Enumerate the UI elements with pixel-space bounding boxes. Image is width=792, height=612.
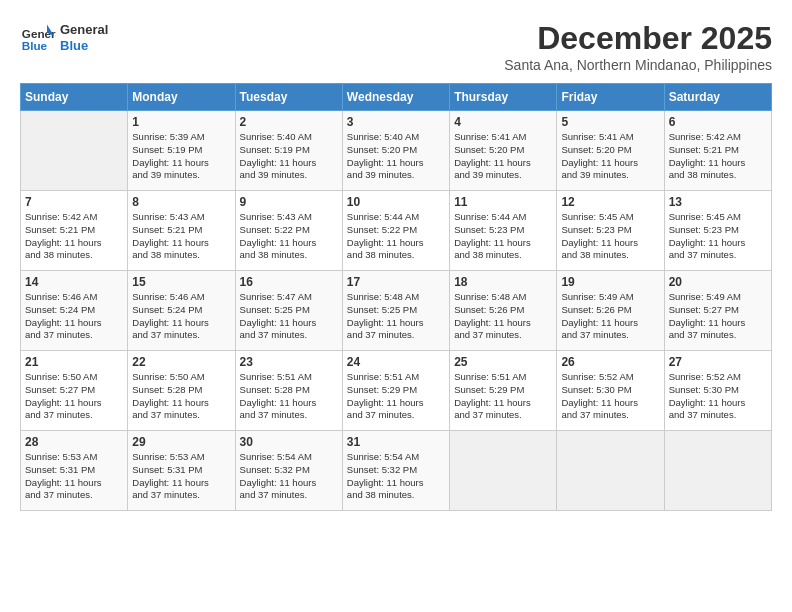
calendar-cell: 11Sunrise: 5:44 AM Sunset: 5:23 PM Dayli… <box>450 191 557 271</box>
logo-icon: General Blue <box>20 20 56 56</box>
day-number: 13 <box>669 195 767 209</box>
calendar-week-row: 14Sunrise: 5:46 AM Sunset: 5:24 PM Dayli… <box>21 271 772 351</box>
calendar-week-row: 21Sunrise: 5:50 AM Sunset: 5:27 PM Dayli… <box>21 351 772 431</box>
day-number: 11 <box>454 195 552 209</box>
day-info: Sunrise: 5:51 AM Sunset: 5:29 PM Dayligh… <box>347 371 445 422</box>
day-number: 4 <box>454 115 552 129</box>
logo-text-general: General <box>60 22 108 38</box>
day-info: Sunrise: 5:40 AM Sunset: 5:19 PM Dayligh… <box>240 131 338 182</box>
calendar-body: 1Sunrise: 5:39 AM Sunset: 5:19 PM Daylig… <box>21 111 772 511</box>
day-info: Sunrise: 5:44 AM Sunset: 5:23 PM Dayligh… <box>454 211 552 262</box>
day-header-saturday: Saturday <box>664 84 771 111</box>
calendar-cell: 9Sunrise: 5:43 AM Sunset: 5:22 PM Daylig… <box>235 191 342 271</box>
day-info: Sunrise: 5:42 AM Sunset: 5:21 PM Dayligh… <box>25 211 123 262</box>
day-number: 9 <box>240 195 338 209</box>
day-info: Sunrise: 5:54 AM Sunset: 5:32 PM Dayligh… <box>347 451 445 502</box>
day-number: 23 <box>240 355 338 369</box>
day-info: Sunrise: 5:46 AM Sunset: 5:24 PM Dayligh… <box>25 291 123 342</box>
day-info: Sunrise: 5:39 AM Sunset: 5:19 PM Dayligh… <box>132 131 230 182</box>
calendar-cell: 4Sunrise: 5:41 AM Sunset: 5:20 PM Daylig… <box>450 111 557 191</box>
day-info: Sunrise: 5:44 AM Sunset: 5:22 PM Dayligh… <box>347 211 445 262</box>
day-number: 27 <box>669 355 767 369</box>
day-info: Sunrise: 5:53 AM Sunset: 5:31 PM Dayligh… <box>132 451 230 502</box>
day-number: 15 <box>132 275 230 289</box>
month-title: December 2025 <box>504 20 772 57</box>
day-info: Sunrise: 5:49 AM Sunset: 5:27 PM Dayligh… <box>669 291 767 342</box>
day-number: 29 <box>132 435 230 449</box>
day-info: Sunrise: 5:53 AM Sunset: 5:31 PM Dayligh… <box>25 451 123 502</box>
logo-text-blue: Blue <box>60 38 108 54</box>
calendar-cell <box>557 431 664 511</box>
day-number: 2 <box>240 115 338 129</box>
calendar-cell: 30Sunrise: 5:54 AM Sunset: 5:32 PM Dayli… <box>235 431 342 511</box>
title-area: December 2025 Santa Ana, Northern Mindan… <box>504 20 772 73</box>
day-info: Sunrise: 5:48 AM Sunset: 5:26 PM Dayligh… <box>454 291 552 342</box>
calendar-cell: 15Sunrise: 5:46 AM Sunset: 5:24 PM Dayli… <box>128 271 235 351</box>
day-info: Sunrise: 5:47 AM Sunset: 5:25 PM Dayligh… <box>240 291 338 342</box>
calendar-cell: 6Sunrise: 5:42 AM Sunset: 5:21 PM Daylig… <box>664 111 771 191</box>
calendar-cell: 20Sunrise: 5:49 AM Sunset: 5:27 PM Dayli… <box>664 271 771 351</box>
day-info: Sunrise: 5:42 AM Sunset: 5:21 PM Dayligh… <box>669 131 767 182</box>
day-info: Sunrise: 5:45 AM Sunset: 5:23 PM Dayligh… <box>561 211 659 262</box>
calendar-cell: 19Sunrise: 5:49 AM Sunset: 5:26 PM Dayli… <box>557 271 664 351</box>
calendar-cell: 29Sunrise: 5:53 AM Sunset: 5:31 PM Dayli… <box>128 431 235 511</box>
calendar-cell: 13Sunrise: 5:45 AM Sunset: 5:23 PM Dayli… <box>664 191 771 271</box>
calendar-cell: 3Sunrise: 5:40 AM Sunset: 5:20 PM Daylig… <box>342 111 449 191</box>
day-number: 14 <box>25 275 123 289</box>
calendar-table: SundayMondayTuesdayWednesdayThursdayFrid… <box>20 83 772 511</box>
day-info: Sunrise: 5:43 AM Sunset: 5:21 PM Dayligh… <box>132 211 230 262</box>
day-number: 1 <box>132 115 230 129</box>
calendar-week-row: 1Sunrise: 5:39 AM Sunset: 5:19 PM Daylig… <box>21 111 772 191</box>
day-info: Sunrise: 5:51 AM Sunset: 5:29 PM Dayligh… <box>454 371 552 422</box>
calendar-week-row: 28Sunrise: 5:53 AM Sunset: 5:31 PM Dayli… <box>21 431 772 511</box>
day-info: Sunrise: 5:46 AM Sunset: 5:24 PM Dayligh… <box>132 291 230 342</box>
calendar-cell: 28Sunrise: 5:53 AM Sunset: 5:31 PM Dayli… <box>21 431 128 511</box>
calendar-cell: 5Sunrise: 5:41 AM Sunset: 5:20 PM Daylig… <box>557 111 664 191</box>
day-info: Sunrise: 5:51 AM Sunset: 5:28 PM Dayligh… <box>240 371 338 422</box>
calendar-cell: 8Sunrise: 5:43 AM Sunset: 5:21 PM Daylig… <box>128 191 235 271</box>
day-number: 12 <box>561 195 659 209</box>
calendar-cell <box>664 431 771 511</box>
day-info: Sunrise: 5:41 AM Sunset: 5:20 PM Dayligh… <box>561 131 659 182</box>
day-number: 20 <box>669 275 767 289</box>
day-number: 19 <box>561 275 659 289</box>
day-info: Sunrise: 5:40 AM Sunset: 5:20 PM Dayligh… <box>347 131 445 182</box>
calendar-week-row: 7Sunrise: 5:42 AM Sunset: 5:21 PM Daylig… <box>21 191 772 271</box>
logo: General Blue General Blue <box>20 20 108 56</box>
day-number: 18 <box>454 275 552 289</box>
day-number: 6 <box>669 115 767 129</box>
calendar-cell: 22Sunrise: 5:50 AM Sunset: 5:28 PM Dayli… <box>128 351 235 431</box>
day-number: 3 <box>347 115 445 129</box>
calendar-cell: 18Sunrise: 5:48 AM Sunset: 5:26 PM Dayli… <box>450 271 557 351</box>
calendar-cell: 7Sunrise: 5:42 AM Sunset: 5:21 PM Daylig… <box>21 191 128 271</box>
header: General Blue General Blue December 2025 … <box>20 20 772 73</box>
calendar-cell: 12Sunrise: 5:45 AM Sunset: 5:23 PM Dayli… <box>557 191 664 271</box>
day-info: Sunrise: 5:49 AM Sunset: 5:26 PM Dayligh… <box>561 291 659 342</box>
day-info: Sunrise: 5:43 AM Sunset: 5:22 PM Dayligh… <box>240 211 338 262</box>
day-number: 26 <box>561 355 659 369</box>
calendar-cell: 1Sunrise: 5:39 AM Sunset: 5:19 PM Daylig… <box>128 111 235 191</box>
day-number: 10 <box>347 195 445 209</box>
calendar-cell: 25Sunrise: 5:51 AM Sunset: 5:29 PM Dayli… <box>450 351 557 431</box>
calendar-cell <box>450 431 557 511</box>
calendar-cell: 17Sunrise: 5:48 AM Sunset: 5:25 PM Dayli… <box>342 271 449 351</box>
day-number: 31 <box>347 435 445 449</box>
day-header-wednesday: Wednesday <box>342 84 449 111</box>
day-info: Sunrise: 5:52 AM Sunset: 5:30 PM Dayligh… <box>669 371 767 422</box>
day-header-friday: Friday <box>557 84 664 111</box>
calendar-cell: 26Sunrise: 5:52 AM Sunset: 5:30 PM Dayli… <box>557 351 664 431</box>
day-number: 24 <box>347 355 445 369</box>
day-header-thursday: Thursday <box>450 84 557 111</box>
day-number: 16 <box>240 275 338 289</box>
day-info: Sunrise: 5:48 AM Sunset: 5:25 PM Dayligh… <box>347 291 445 342</box>
calendar-header-row: SundayMondayTuesdayWednesdayThursdayFrid… <box>21 84 772 111</box>
day-number: 7 <box>25 195 123 209</box>
day-header-sunday: Sunday <box>21 84 128 111</box>
day-info: Sunrise: 5:41 AM Sunset: 5:20 PM Dayligh… <box>454 131 552 182</box>
calendar-cell: 31Sunrise: 5:54 AM Sunset: 5:32 PM Dayli… <box>342 431 449 511</box>
day-header-monday: Monday <box>128 84 235 111</box>
calendar-cell: 24Sunrise: 5:51 AM Sunset: 5:29 PM Dayli… <box>342 351 449 431</box>
day-header-tuesday: Tuesday <box>235 84 342 111</box>
day-number: 21 <box>25 355 123 369</box>
calendar-cell: 27Sunrise: 5:52 AM Sunset: 5:30 PM Dayli… <box>664 351 771 431</box>
